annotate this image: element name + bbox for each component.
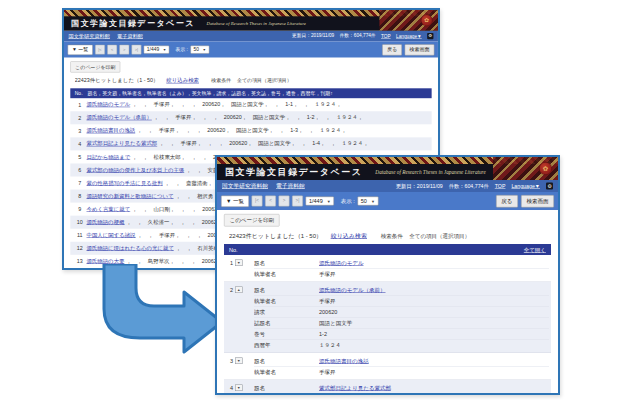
list-view-button[interactable]: ▼ 一覧 — [68, 44, 93, 54]
last-page-button[interactable]: >| — [131, 45, 141, 55]
back-button[interactable]: 戻る — [496, 195, 518, 208]
title-link[interactable]: 今めく言葉に就て — [87, 205, 131, 213]
updated-date: 更新日：2019/11/09 — [396, 183, 443, 190]
title-link[interactable]: 源氏物語のモデル（承前） — [319, 286, 386, 294]
last-page-button[interactable]: >| — [292, 196, 303, 207]
chevron-down-icon: ▼ — [163, 48, 167, 52]
top-link[interactable]: TOP — [381, 33, 391, 38]
title-link[interactable]: 源氏物語のモデル — [87, 101, 131, 109]
search-condition-value: 全ての項目（選択項目） — [409, 233, 470, 239]
nav-link-digital-library[interactable]: 電子資料館 — [117, 33, 143, 40]
title-link[interactable]: 紫式部日記より見たる紫式部 — [319, 384, 391, 392]
expand-all-link[interactable]: 全て開く — [524, 244, 546, 255]
record-card: 2▲ 題名源氏物語のモデル（承前） 執筆者名手塚昇 請求200620 誌題名国語… — [224, 282, 551, 353]
prev-page-button[interactable]: < — [265, 196, 276, 207]
detail-list-window: 国文学論文目録データベース Database of Research These… — [215, 155, 560, 395]
crest-seal-icon: ✿ — [421, 15, 433, 27]
first-page-button[interactable]: |< — [95, 45, 105, 55]
no-column-header: No. — [229, 244, 238, 255]
record-card: 4▼ 題名紫式部日記より見たる紫式部 執筆者名手塚昇 — [224, 380, 551, 395]
title-link[interactable]: 源氏物語書目の逸話 — [319, 357, 369, 365]
table-row: 3源氏物語書目の逸話， ， 手塚昇， ， ， 200620， 国語と国文学， ，… — [70, 124, 431, 137]
title-link[interactable]: 源氏物語のモデル（承前） — [87, 114, 152, 122]
chevron-down-icon: ▼ — [203, 48, 207, 52]
language-menu[interactable]: Language▼ — [396, 33, 422, 38]
nav-link-digital-library[interactable]: 電子資料館 — [276, 182, 305, 190]
table-row: 2源氏物語のモデル（承前）， ， 手塚昇， ， ， 200620， 国語と国文学… — [70, 111, 431, 124]
table-header: No. 全て開く — [224, 244, 551, 255]
collapse-toggle-icon[interactable]: ▲ — [235, 287, 243, 294]
site-banner: 国文学論文目録データベース Database of Research These… — [217, 157, 558, 180]
nav-bar: 国文学研究資料館 電子資料館 更新日：2019/11/09 件数：604,774… — [64, 31, 438, 42]
nav-link-institute[interactable]: 国文学研究資料館 — [222, 182, 268, 190]
collapse-toggle-icon[interactable]: ▼ — [235, 385, 243, 392]
list-view-button[interactable]: ▼ 一覧 — [221, 195, 249, 207]
collapse-toggle-icon[interactable]: ▼ — [235, 358, 243, 365]
table-row: 4紫式部日記より見たる紫式部， ， 手塚昇， ， ， 200620， 国語と国文… — [70, 137, 431, 150]
print-page-button[interactable]: このページを印刷 — [70, 61, 120, 72]
title-link[interactable]: 紫式部日記より見たる紫式部 — [87, 140, 158, 148]
title-link[interactable]: 紫式部の物語の傑作上及び本質上の主張 — [87, 166, 185, 174]
language-menu[interactable]: Language▼ — [511, 183, 540, 189]
title-link[interactable]: 紫の性格描写の手法に見る批判 — [87, 179, 163, 187]
title-link[interactable]: 源氏物語に現はれたる心の光に就て — [87, 244, 174, 252]
page-select[interactable]: 1/449▼ — [144, 46, 170, 54]
title-link[interactable]: 源氏物語書目の逸話 — [87, 127, 136, 135]
result-toolbar: ▼ 一覧 |< < > >| 1/449▼ 表示 : 50▼ 戻る 検索画面 — [64, 42, 438, 58]
next-page-button[interactable]: > — [278, 196, 289, 207]
top-link[interactable]: TOP — [495, 183, 506, 189]
display-count-select[interactable]: 50▼ — [357, 197, 378, 206]
table-row: 1源氏物語のモデル， ， 手塚昇， ， ， 200620， 国語と国文学， ， … — [70, 98, 431, 111]
display-count-label: 表示 : — [175, 46, 188, 53]
search-screen-button[interactable]: 検索画面 — [405, 44, 435, 55]
nav-link-institute[interactable]: 国文学研究資料館 — [69, 33, 110, 40]
first-page-button[interactable]: |< — [251, 196, 262, 207]
refine-search-link[interactable]: 絞り込み検索 — [331, 232, 367, 239]
title-link[interactable]: 源氏物語の梗概 — [87, 218, 125, 226]
title-link[interactable]: 源氏物語のモデル — [319, 259, 364, 267]
nav-bar: 国文学研究資料館 電子資料館 更新日：2019/11/09 件数：604,774… — [217, 180, 558, 192]
gear-icon[interactable]: ⚙ — [427, 33, 433, 39]
site-title: 国文学論文目録データベース — [71, 18, 195, 29]
crest-seal-icon: ✿ — [539, 162, 552, 175]
detail-list: 1▼ 題名源氏物語のモデル 執筆者名手塚昇 2▲ 題名源氏物語のモデル（承前） … — [224, 255, 551, 395]
record-count: 件数：604,774件 — [449, 183, 489, 190]
record-card: 1▼ 題名源氏物語のモデル 執筆者名手塚昇 — [224, 255, 551, 282]
updated-date: 更新日：2019/11/09 — [292, 33, 334, 39]
search-condition-value: 全ての項目（選択項目） — [237, 78, 292, 83]
site-title: 国文学論文目録データベース — [225, 166, 362, 178]
title-link[interactable]: 源語研究の新資料と歌物語について — [87, 192, 174, 200]
transition-arrow — [84, 264, 224, 356]
search-condition-label: 検索条件 — [211, 78, 231, 83]
hit-count: 22423件ヒットしました（1 - 50） — [75, 77, 159, 83]
record-count: 件数：604,774件 — [340, 33, 376, 39]
display-count-label: 表示 : — [341, 197, 355, 205]
table-header: No. 題名，英文題，執筆者名，執筆者名（よみ），英文執筆，請求，誌題名，英文誌… — [70, 88, 431, 98]
page-select[interactable]: 1/449▼ — [305, 197, 334, 206]
refine-search-link[interactable]: 絞り込み検索 — [166, 77, 199, 83]
search-condition-label: 検索条件 — [381, 233, 403, 239]
site-subtitle: Database of Research Theses in Japanese … — [207, 21, 306, 26]
screenshot-stage: 国文学論文目録データベース Database of Research These… — [0, 0, 640, 400]
result-toolbar: ▼ 一覧 |< < > >| 1/449▼ 表示 : 50▼ 戻る 検索画面 — [217, 192, 558, 210]
title-link[interactable]: 日記から物語まで — [87, 153, 131, 161]
chevron-down-icon: ▼ — [371, 199, 375, 204]
record-card: 3▼ 題名源氏物語書目の逸話 執筆者名手塚昇 — [224, 353, 551, 380]
next-page-button[interactable]: > — [119, 45, 129, 55]
site-subtitle: Database of Research Theses in Japanese … — [375, 169, 485, 175]
collapse-toggle-icon[interactable]: ▼ — [235, 260, 243, 267]
hit-count: 22423件ヒットしました（1 - 50） — [229, 232, 322, 239]
gear-icon[interactable]: ⚙ — [546, 183, 553, 190]
chevron-down-icon: ▼ — [327, 199, 331, 204]
prev-page-button[interactable]: < — [107, 45, 117, 55]
search-screen-button[interactable]: 検索画面 — [521, 195, 554, 208]
display-count-select[interactable]: 50▼ — [190, 46, 209, 54]
site-banner: 国文学論文目録データベース Database of Research These… — [64, 10, 438, 31]
title-link[interactable]: 中国人に関する諸説 — [87, 231, 136, 239]
print-page-button[interactable]: このページを印刷 — [224, 214, 280, 227]
back-button[interactable]: 戻る — [382, 44, 402, 55]
